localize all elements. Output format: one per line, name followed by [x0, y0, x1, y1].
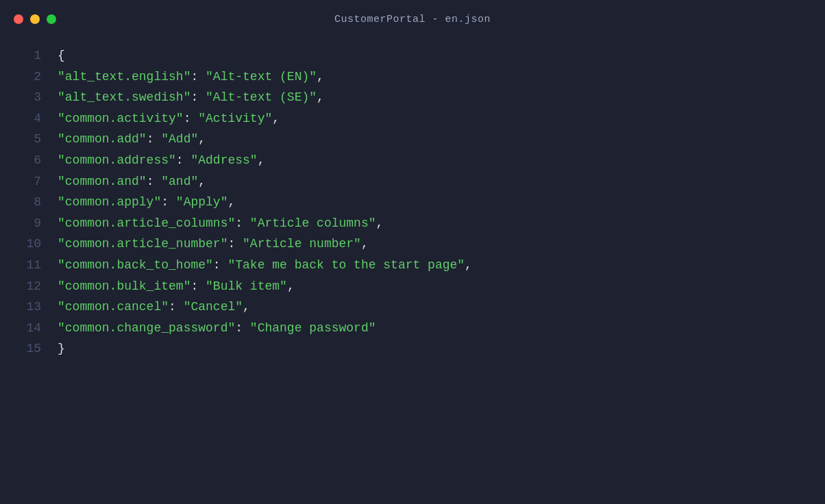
line-number: 1	[14, 45, 41, 66]
code-line-4: 4 "common.activity": "Activity",	[14, 108, 811, 129]
code-line-15: 15 }	[14, 338, 811, 360]
code-line-12: 12 "common.bulk_item": "Bulk item",	[14, 276, 811, 297]
line-number: 12	[14, 276, 41, 297]
minimize-button[interactable]	[30, 14, 40, 24]
line-number: 9	[14, 213, 41, 234]
code-line-3: 3 "alt_text.swedish": "Alt-text (SE)",	[14, 87, 811, 108]
code-line-2: 2 "alt_text.english": "Alt-text (EN)",	[14, 66, 811, 88]
line-number: 10	[14, 234, 41, 255]
code-line-14: 14 "common.change_password": "Change pas…	[14, 318, 811, 339]
line-content: "common.article_columns": "Article colum…	[58, 213, 383, 234]
line-number: 4	[14, 108, 41, 129]
line-number: 14	[14, 318, 41, 339]
line-number: 15	[14, 338, 41, 360]
line-content: "common.activity": "Activity",	[58, 108, 280, 129]
app-window: CustomerPortal - en.json 1 { 2 "alt_text…	[0, 0, 825, 504]
line-content: "common.apply": "Apply",	[58, 192, 235, 213]
code-line-1: 1 {	[14, 45, 811, 66]
code-line-9: 9 "common.article_columns": "Article col…	[14, 213, 811, 234]
line-number: 3	[14, 87, 41, 108]
code-line-10: 10 "common.article_number": "Article num…	[14, 234, 811, 255]
code-line-8: 8 "common.apply": "Apply",	[14, 192, 811, 213]
line-content: "common.cancel": "Cancel",	[58, 297, 250, 318]
code-line-5: 5 "common.add": "Add",	[14, 129, 811, 150]
line-number: 13	[14, 297, 41, 318]
line-number: 6	[14, 150, 41, 171]
line-content: "alt_text.swedish": "Alt-text (SE)",	[58, 87, 324, 108]
maximize-button[interactable]	[47, 14, 56, 24]
code-line-7: 7 "common.and": "and",	[14, 171, 811, 192]
line-number: 11	[14, 255, 41, 276]
code-line-13: 13 "common.cancel": "Cancel",	[14, 297, 811, 318]
line-number: 7	[14, 171, 41, 192]
line-number: 2	[14, 66, 41, 88]
editor-area[interactable]: 1 { 2 "alt_text.english": "Alt-text (EN)…	[0, 38, 825, 504]
line-content: "alt_text.english": "Alt-text (EN)",	[58, 66, 324, 88]
line-content: "common.bulk_item": "Bulk item",	[58, 276, 295, 297]
bracket-close: }	[58, 338, 65, 360]
line-content: "common.and": "and",	[58, 171, 206, 192]
close-button[interactable]	[14, 14, 23, 24]
line-number: 8	[14, 192, 41, 213]
code-line-6: 6 "common.address": "Address",	[14, 150, 811, 171]
line-content: "common.change_password": "Change passwo…	[58, 318, 376, 339]
line-content: "common.add": "Add",	[58, 129, 206, 150]
line-content: "common.address": "Address",	[58, 150, 264, 171]
bracket-open: {	[58, 45, 65, 66]
code-line-11: 11 "common.back_to_home": "Take me back …	[14, 255, 811, 276]
line-content: "common.article_number": "Article number…	[58, 234, 369, 255]
line-number: 5	[14, 129, 41, 150]
titlebar: CustomerPortal - en.json	[0, 0, 825, 38]
window-controls[interactable]	[14, 14, 56, 24]
window-title: CustomerPortal - en.json	[334, 14, 491, 25]
line-content: "common.back_to_home": "Take me back to …	[58, 255, 472, 276]
